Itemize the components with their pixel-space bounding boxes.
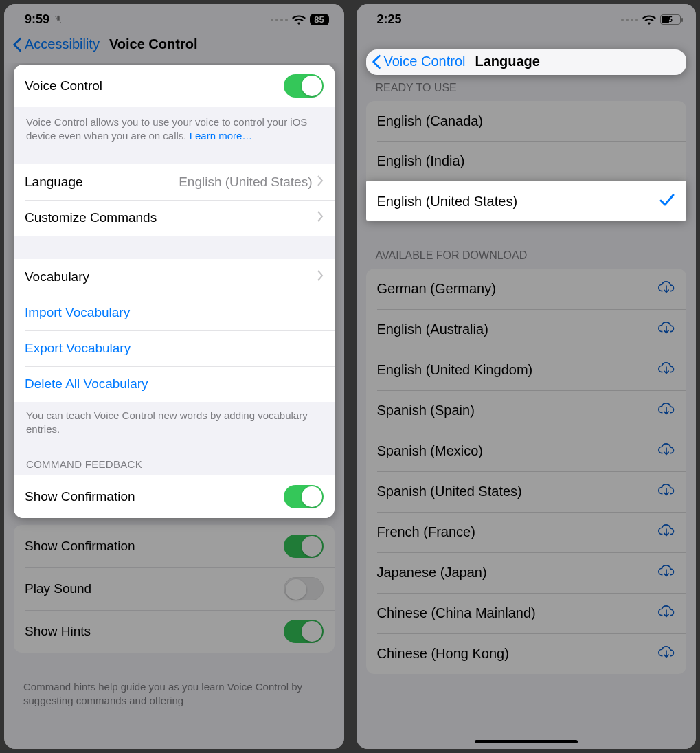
export-vocabulary-row[interactable]: Export Vocabulary xyxy=(14,330,335,366)
cloud-download-icon[interactable] xyxy=(657,442,675,460)
command-feedback-header: COMMAND FEEDBACK xyxy=(14,440,335,475)
wifi-icon xyxy=(292,14,306,25)
language-label: German (Germany) xyxy=(377,281,658,297)
language-label: Spanish (Mexico) xyxy=(377,443,658,459)
nav-bar: Accessibility Voice Control xyxy=(4,31,344,63)
show-confirmation-toggle[interactable] xyxy=(284,485,324,508)
vocabulary-footer: You can teach Voice Control new words by… xyxy=(14,402,335,441)
language-label: Spanish (Spain) xyxy=(377,403,658,418)
battery-icon: 85 xyxy=(310,14,329,25)
cloud-download-icon[interactable] xyxy=(657,401,675,420)
cloud-download-icon[interactable] xyxy=(657,320,675,339)
show-confirmation-label: Show Confirmation xyxy=(25,489,284,504)
cloud-download-icon[interactable] xyxy=(657,482,675,501)
more-dots-icon xyxy=(271,19,288,21)
language-value: English (United States) xyxy=(179,175,312,190)
learn-more-link[interactable]: Learn more… xyxy=(190,130,253,142)
back-button[interactable]: Voice Control xyxy=(366,54,466,69)
chevron-right-icon xyxy=(317,210,324,225)
language-row[interactable]: English (Canada) xyxy=(366,101,687,141)
language-label: English (India) xyxy=(377,153,676,169)
language-download-row[interactable]: Spanish (Spain) xyxy=(366,390,687,431)
export-vocabulary-label: Export Vocabulary xyxy=(25,341,324,356)
selected-language-label: English (United States) xyxy=(377,194,659,210)
language-label: Japanese (Japan) xyxy=(377,565,658,581)
download-list: German (Germany)English (Australia)Engli… xyxy=(366,269,687,674)
wifi-icon xyxy=(642,14,656,25)
language-label: English (Australia) xyxy=(377,322,658,337)
language-row[interactable]: Language English (United States) xyxy=(14,164,335,200)
show-confirmation-row[interactable]: Show Confirmation xyxy=(14,475,335,518)
voice-control-row[interactable]: Voice Control xyxy=(14,65,335,107)
language-label: Language xyxy=(25,175,179,190)
chevron-left-icon xyxy=(372,54,381,69)
language-row[interactable]: English (India) xyxy=(366,141,687,181)
chevron-right-icon xyxy=(317,175,324,190)
voice-control-toggle[interactable] xyxy=(284,74,324,98)
more-dots-icon xyxy=(621,19,638,21)
highlight-panel: Voice Control Voice Control allows you t… xyxy=(14,65,335,518)
customize-commands-row[interactable]: Customize Commands xyxy=(14,200,335,236)
language-download-row[interactable]: Chinese (China Mainland) xyxy=(366,593,687,633)
battery-icon: 5 xyxy=(660,14,681,25)
back-label: Accessibility xyxy=(25,36,100,52)
available-download-header: AVAILABLE FOR DOWNLOAD xyxy=(357,221,697,269)
language-label: English (United Kingdom) xyxy=(377,362,658,378)
vocabulary-label: Vocabulary xyxy=(25,269,317,284)
language-download-row[interactable]: English (United Kingdom) xyxy=(366,350,687,390)
mic-muted-icon xyxy=(54,14,63,25)
import-vocabulary-label: Import Vocabulary xyxy=(25,305,324,320)
cloud-download-icon[interactable] xyxy=(657,280,675,298)
status-bar: 9:59 85 xyxy=(4,4,344,31)
cloud-download-icon[interactable] xyxy=(657,604,675,622)
language-download-row[interactable]: German (Germany) xyxy=(366,269,687,309)
left-screenshot: 9:59 85 Accessibility Voice Control Voic… xyxy=(4,4,344,749)
vocabulary-row[interactable]: Vocabulary xyxy=(14,259,335,295)
language-download-row[interactable]: Chinese (Hong Kong) xyxy=(366,633,687,674)
language-download-row[interactable]: Spanish (Mexico) xyxy=(366,431,687,471)
language-label: Chinese (China Mainland) xyxy=(377,605,658,621)
nav-bar: Voice Control Language xyxy=(366,49,687,75)
back-label: Voice Control xyxy=(384,54,466,69)
selected-language-row[interactable]: English (United States) xyxy=(366,181,687,221)
status-bar: 2:25 5 xyxy=(357,4,697,31)
language-label: English (Canada) xyxy=(377,113,676,129)
import-vocabulary-row[interactable]: Import Vocabulary xyxy=(14,295,335,330)
voice-control-desc: Voice Control allows you to use your voi… xyxy=(26,116,307,142)
language-label: Spanish (United States) xyxy=(377,484,658,499)
cloud-download-icon[interactable] xyxy=(657,563,675,582)
back-button[interactable]: Accessibility xyxy=(12,36,100,52)
delete-vocabulary-label: Delete All Vocabulary xyxy=(25,376,324,392)
delete-vocabulary-row[interactable]: Delete All Vocabulary xyxy=(14,366,335,402)
status-time: 2:25 xyxy=(377,12,402,27)
language-label: French (France) xyxy=(377,524,658,540)
language-download-row[interactable]: English (Australia) xyxy=(366,309,687,350)
chevron-left-icon xyxy=(12,37,22,52)
cloud-download-icon[interactable] xyxy=(657,644,675,663)
cloud-download-icon[interactable] xyxy=(657,523,675,541)
language-download-row[interactable]: French (France) xyxy=(366,512,687,552)
voice-control-label: Voice Control xyxy=(25,78,284,93)
chevron-right-icon xyxy=(317,269,324,284)
page-title: Language xyxy=(475,54,539,69)
page-title: Voice Control xyxy=(109,36,198,52)
checkmark-icon xyxy=(659,192,675,211)
language-download-row[interactable]: Spanish (United States) xyxy=(366,471,687,512)
language-download-row[interactable]: Japanese (Japan) xyxy=(366,552,687,593)
customize-commands-label: Customize Commands xyxy=(25,210,317,225)
home-indicator[interactable] xyxy=(475,740,578,743)
right-screenshot: 2:25 5 READY TO USE English (Canada)Engl… xyxy=(357,4,697,749)
status-time: 9:59 xyxy=(25,12,49,27)
language-label: Chinese (Hong Kong) xyxy=(377,646,658,662)
cloud-download-icon[interactable] xyxy=(657,361,675,379)
